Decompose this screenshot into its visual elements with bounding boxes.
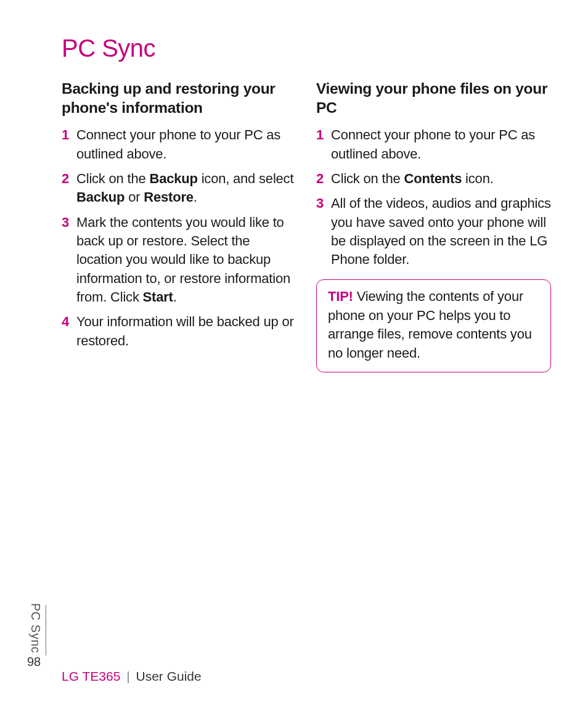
- list-item: 2 Click on the Contents icon.: [316, 170, 551, 188]
- page-number: 98: [27, 655, 41, 669]
- page-title: PC Sync: [62, 35, 551, 62]
- step-text: All of the videos, audios and graphics y…: [331, 194, 551, 269]
- left-column: Backing up and restoring your phone's in…: [62, 80, 296, 372]
- side-divider: [46, 605, 46, 655]
- tip-text: Viewing the contents of your phone on yo…: [328, 289, 532, 361]
- footer-model: LG TE365: [62, 669, 120, 683]
- tip-box: TIP! Viewing the contents of your phone …: [316, 279, 551, 372]
- step-number: 3: [316, 194, 331, 269]
- content-columns: Backing up and restoring your phone's in…: [62, 80, 551, 372]
- list-item: 2 Click on the Backup icon, and select B…: [62, 170, 296, 207]
- step-number: 1: [62, 126, 76, 163]
- footer: LG TE365 | User Guide: [62, 669, 202, 684]
- step-text: Connect your phone to your PC as outline…: [76, 126, 296, 163]
- step-number: 3: [62, 213, 76, 307]
- step-number: 1: [316, 126, 331, 163]
- side-tab-label: PC Sync: [28, 603, 43, 653]
- step-text: Click on the Backup icon, and select Bac…: [76, 170, 296, 207]
- step-text: Your information will be backed up or re…: [76, 313, 296, 350]
- right-column: Viewing your phone files on your PC 1 Co…: [316, 80, 551, 372]
- list-item: 4 Your information will be backed up or …: [62, 313, 296, 350]
- step-text: Click on the Contents icon.: [331, 170, 551, 188]
- footer-guide: User Guide: [136, 669, 202, 683]
- list-item: 3 All of the videos, audios and graphics…: [316, 194, 551, 269]
- list-item: 1 Connect your phone to your PC as outli…: [62, 126, 296, 163]
- step-text: Connect your phone to your PC as outline…: [331, 126, 551, 163]
- tip-label: TIP!: [328, 289, 353, 304]
- list-item: 1 Connect your phone to your PC as outli…: [316, 126, 551, 163]
- step-number: 2: [62, 170, 76, 207]
- footer-separator: |: [126, 669, 129, 683]
- step-number: 4: [62, 313, 76, 350]
- section-heading-viewing: Viewing your phone files on your PC: [316, 80, 551, 117]
- list-item: 3 Mark the contents you would like to ba…: [62, 213, 296, 307]
- step-text: Mark the contents you would like to back…: [76, 213, 296, 307]
- section-heading-backup: Backing up and restoring your phone's in…: [62, 80, 296, 117]
- step-number: 2: [316, 170, 331, 188]
- page-container: PC Sync Backing up and restoring your ph…: [0, 0, 588, 706]
